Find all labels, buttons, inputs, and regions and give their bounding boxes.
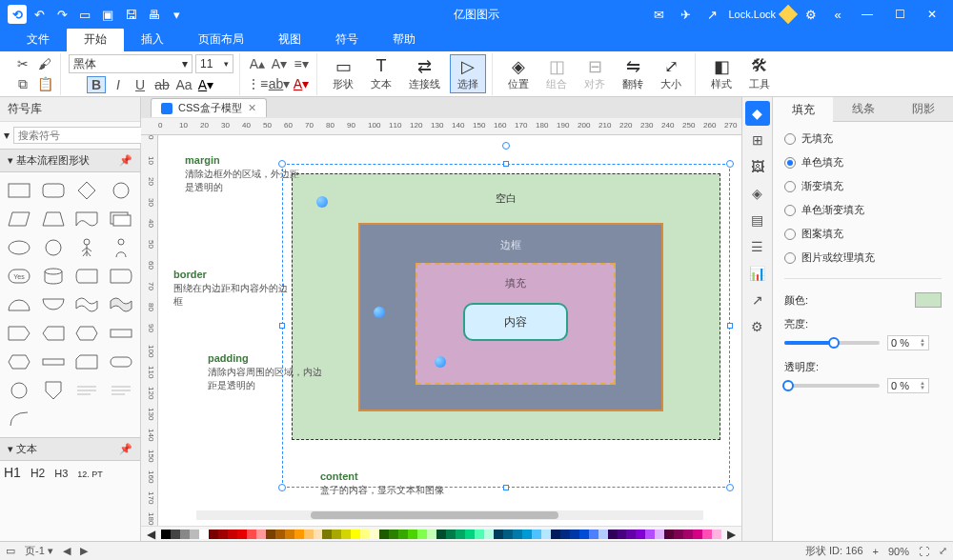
highlight-icon[interactable]: ab▾ [270,75,289,92]
shape-diamond[interactable] [71,176,105,205]
select-button[interactable]: ▷选择 [450,54,486,93]
tab-line[interactable]: 线条 [833,97,893,122]
cut-icon[interactable]: ✂ [13,55,32,72]
shape-rect[interactable] [2,176,36,205]
shape-yes[interactable]: Yes [2,262,36,290]
view-icon[interactable]: ▭ [6,545,15,557]
dropdown-icon[interactable]: ▾ [4,129,10,142]
underline-button[interactable]: U [131,76,150,93]
paste-icon[interactable]: 📋 [35,75,54,92]
shape-button[interactable]: ▭形状 [325,54,361,93]
drawing-page[interactable]: 空白 边框 填充 内容 margin 清除边框外的区域，外边距是透明的 bord… [158,135,741,526]
bold-button[interactable]: B [87,76,106,93]
flip-button[interactable]: ⇋翻转 [615,54,651,93]
fit-icon[interactable]: ⛶ [919,546,929,557]
shape-person2[interactable] [104,233,138,262]
symbol-search-input[interactable] [13,127,154,144]
shape-wave[interactable] [71,290,105,319]
style-button[interactable]: ◧样式 [703,54,740,93]
h1-style[interactable]: H1 [4,465,21,480]
script-tool-icon[interactable]: ⚙ [745,314,770,339]
palette-prev-icon[interactable]: ◀ [147,528,155,541]
shape-hex2[interactable] [2,348,36,376]
shape-circ3[interactable] [2,376,36,405]
pt-style[interactable]: 12. PT [77,470,103,479]
shape-db2[interactable] [104,262,138,290]
h-scrollbar[interactable] [196,510,703,520]
zoom-value[interactable]: 90% [888,546,909,557]
strike-button[interactable]: ab [152,76,172,93]
image-tool-icon[interactable]: 🖼 [745,154,770,179]
shape-ellipse[interactable] [2,233,36,262]
doc-tab[interactable]: CSS盒子模型 ✕ [151,98,267,117]
page-dropdown[interactable]: 页-1 ▾ [25,544,53,558]
page-nav-next[interactable]: ▶ [80,545,88,557]
italic-button[interactable]: I [109,76,128,93]
align-button[interactable]: ⊟对齐 [577,54,613,93]
h2-style[interactable]: H2 [30,467,45,480]
shape-wavef[interactable] [104,290,138,319]
chart-tool-icon[interactable]: 📊 [745,261,770,286]
fill-solid[interactable]: 单色填充 [784,155,942,170]
font-select[interactable]: 黑体▾ [69,54,193,73]
copy-icon[interactable]: ⧉ [13,75,32,92]
tab-home[interactable]: 开始 [67,28,124,51]
page-tool-icon[interactable]: ▤ [745,208,770,232]
more-icon[interactable]: ▾ [166,4,187,25]
shape-card[interactable] [71,348,105,376]
bullets-icon[interactable]: ⋮≡ [248,75,267,92]
mail-icon[interactable]: ✉ [648,4,669,25]
shape-doc[interactable] [71,205,105,233]
connector-button[interactable]: ⇄连接线 [401,54,448,93]
tab-view[interactable]: 视图 [261,28,318,51]
fill-mono-gradient[interactable]: 单色渐变填充 [784,203,942,217]
zoom-in-button[interactable]: + [873,546,879,557]
shape-cylinder[interactable] [36,262,71,290]
layers-tool-icon[interactable]: ◈ [745,181,770,206]
color-swatch[interactable] [915,292,942,308]
fullscreen-icon[interactable]: ⤢ [939,545,947,557]
brightness-value[interactable]: 0 %▲▼ [887,335,929,350]
shape-tag2[interactable] [36,319,71,348]
page-nav-prev[interactable]: ◀ [63,545,71,557]
grow-font-icon[interactable]: A▴ [248,55,267,72]
new-icon[interactable]: ▭ [74,4,95,25]
shape-hex[interactable] [71,319,105,348]
align-icon[interactable]: ≡▾ [292,55,311,72]
shape-tag[interactable] [2,319,36,348]
brightness-slider[interactable] [784,341,880,345]
shape-note1[interactable] [71,376,105,405]
fontcolor-icon[interactable]: A▾ [196,76,215,93]
shape-roundrect[interactable] [36,176,71,205]
minimize-button[interactable]: — [854,1,881,28]
combine-button[interactable]: ◫组合 [538,54,575,93]
shape-db[interactable] [71,262,105,290]
share-icon[interactable]: ↗ [701,4,722,25]
paintbrush-icon[interactable]: 🖌 [35,55,54,72]
close-button[interactable]: ✕ [919,1,945,28]
tab-file[interactable]: 文件 [10,28,67,51]
tab-shadow[interactable]: 阴影 [893,97,953,122]
fill-gradient[interactable]: 渐变填充 [784,179,942,193]
tools-button[interactable]: 🛠工具 [741,54,778,93]
section-text[interactable]: ▾ 文本📌 [0,437,140,461]
tab-symbol[interactable]: 符号 [318,28,375,51]
case-button[interactable]: Aa [174,76,193,93]
save-icon[interactable]: 🖫 [120,4,141,25]
text-button[interactable]: T文本 [363,54,399,93]
opacity-value[interactable]: 0 %▲▼ [887,378,929,393]
link-tool-icon[interactable]: ↗ [745,288,770,312]
fill-pattern[interactable]: 图案填充 [784,227,942,241]
close-tab-icon[interactable]: ✕ [248,102,256,114]
shape-rect4[interactable] [36,348,71,376]
redo-icon[interactable]: ↷ [51,4,72,25]
grid-tool-icon[interactable]: ⊞ [745,128,770,152]
h3-style[interactable]: H3 [54,468,68,479]
shape-halfcircle2[interactable] [36,290,71,319]
tab-pagelayout[interactable]: 页面布局 [181,28,261,51]
section-shapes[interactable]: ▾ 基本流程图形状📌 [0,149,140,172]
shape-halfcircle[interactable] [2,290,36,319]
tab-insert[interactable]: 插入 [124,28,181,51]
size-button[interactable]: ⤢大小 [653,54,689,93]
vip-icon[interactable] [781,8,795,21]
